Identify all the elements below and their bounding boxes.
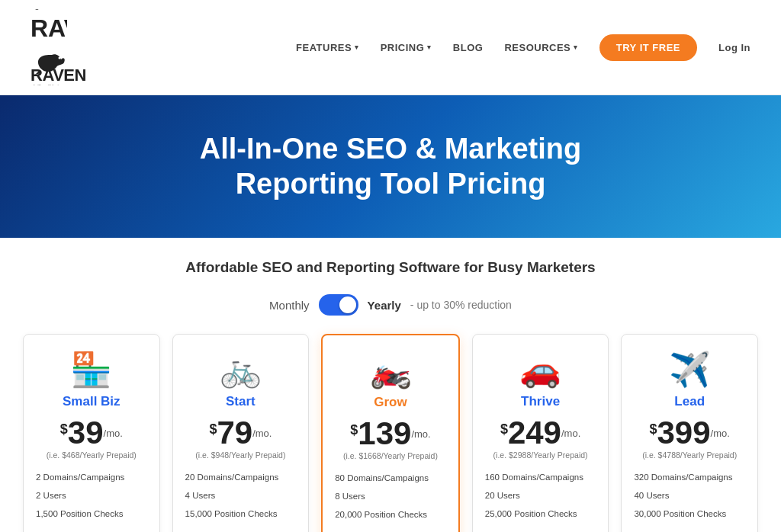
feature-item: 20,000 Position Checks [335, 506, 446, 524]
small-biz-icon: 🏪 [36, 353, 147, 386]
small-biz-features: 2 Domains/Campaigns2 Users1,500 Position… [36, 469, 147, 524]
feature-item: 20 Users [485, 487, 596, 505]
feature-item: 8 Users [335, 488, 446, 506]
start-price-row: $ 79 /mo. [185, 417, 297, 449]
yearly-label: Yearly [368, 299, 401, 312]
feature-item: 30,000 Position Checks [634, 505, 745, 524]
card-body-grow: 🏍️ Grow $ 139 /mo. (i.e. $1668/Yearly Pr… [323, 335, 458, 532]
feature-item: 25,000 Position Checks [485, 505, 596, 524]
thrive-name: Thrive [485, 394, 596, 409]
lead-price-number: 399 [657, 417, 711, 449]
start-name: Start [185, 394, 297, 409]
card-body-lead: ✈️ Lead $ 399 /mo. (i.e. $4788/Yearly Pr… [622, 335, 757, 532]
grow-icon: 🏍️ [335, 354, 446, 387]
billing-toggle-section: Monthly Yearly - up to 30% reduction [0, 282, 781, 334]
feature-item: 40 Users [634, 487, 745, 505]
thrive-features: 160 Domains/Campaigns20 Users25,000 Posi… [485, 469, 596, 524]
price-mo: /mo. [711, 428, 730, 439]
nav-pricing[interactable]: PRICING ▾ [381, 42, 432, 53]
lead-name: Lead [634, 394, 745, 409]
nav-try-free-button[interactable]: TRY IT FREE [599, 34, 697, 61]
price-dollar: $ [209, 421, 217, 437]
thrive-price-row: $ 249 /mo. [485, 417, 596, 449]
thrive-yearly-note: (i.e. $2988/Yearly Prepaid) [485, 450, 596, 460]
price-dollar: $ [350, 422, 358, 438]
grow-price-row: $ 139 /mo. [335, 418, 446, 450]
thrive-icon: 🚗 [485, 353, 596, 386]
page-subtitle: Affordable SEO and Reporting Software fo… [15, 259, 766, 276]
price-mo: /mo. [252, 428, 272, 439]
grow-price-number: 139 [358, 418, 411, 450]
brand-logo-svg: RAVEN A TopClicks company [31, 52, 137, 85]
subtitle-section: Affordable SEO and Reporting Software fo… [0, 238, 781, 282]
start-price-number: 79 [217, 417, 252, 449]
pricing-card-small-biz: 🏪 Small Biz $ 39 /mo. (i.e. $468/Yearly … [23, 334, 160, 532]
small-biz-price-number: 39 [68, 417, 104, 449]
price-mo: /mo. [411, 428, 430, 440]
start-features: 20 Domains/Campaigns4 Users15,000 Positi… [185, 469, 297, 524]
svg-text:RAVEN: RAVEN [31, 14, 67, 42]
start-icon: 🚲 [185, 353, 297, 386]
card-body-small-biz: 🏪 Small Biz $ 39 /mo. (i.e. $468/Yearly … [24, 335, 159, 532]
pricing-caret: ▾ [427, 43, 432, 51]
feature-item: 160 Domains/Campaigns [485, 469, 596, 487]
raven-logo-icon: RAVEN [31, 9, 67, 49]
lead-icon: ✈️ [634, 353, 745, 386]
small-biz-yearly-note: (i.e. $468/Yearly Prepaid) [36, 450, 147, 460]
pricing-card-thrive: 🚗 Thrive $ 249 /mo. (i.e. $2988/Yearly P… [472, 334, 609, 532]
pricing-card-lead: ✈️ Lead $ 399 /mo. (i.e. $4788/Yearly Pr… [621, 334, 758, 532]
feature-item: 2 Domains/Campaigns [36, 469, 147, 487]
toggle-knob [339, 296, 356, 313]
price-mo: /mo. [561, 428, 580, 439]
grow-name: Grow [335, 395, 446, 410]
feature-item: 20 Domains/Campaigns [185, 469, 297, 487]
hero-banner: All-In-One SEO & Marketing Reporting Too… [0, 95, 781, 238]
small-biz-name: Small Biz [36, 394, 147, 409]
navbar: RAVEN RAVEN A TopClicks company FEATU [0, 0, 781, 95]
price-dollar: $ [649, 421, 657, 437]
pricing-card-start: 🚲 Start $ 79 /mo. (i.e. $948/Yearly Prep… [172, 334, 310, 532]
billing-toggle[interactable] [319, 294, 358, 316]
savings-label: - up to 30% reduction [410, 299, 512, 311]
feature-item: 15,000 Position Checks [185, 505, 297, 524]
features-caret: ▾ [355, 43, 359, 51]
card-body-thrive: 🚗 Thrive $ 249 /mo. (i.e. $2988/Yearly P… [473, 335, 609, 532]
logo-area: RAVEN RAVEN A TopClicks company [31, 9, 137, 85]
feature-item: 4 Users [185, 487, 297, 505]
feature-item: 80 Domains/Campaigns [335, 470, 446, 488]
feature-item: 320 Domains/Campaigns [634, 469, 745, 487]
pricing-card-grow: 🏍️ Grow $ 139 /mo. (i.e. $1668/Yearly Pr… [321, 334, 460, 532]
lead-features: 320 Domains/Campaigns40 Users30,000 Posi… [634, 469, 745, 524]
small-biz-price-row: $ 39 /mo. [36, 417, 147, 449]
grow-features: 80 Domains/Campaigns8 Users20,000 Positi… [335, 470, 446, 524]
nav-features[interactable]: FEATURES ▾ [296, 42, 359, 53]
feature-item: 1,500 Position Checks [36, 505, 147, 524]
logo: RAVEN RAVEN A TopClicks company [31, 9, 137, 85]
grow-yearly-note: (i.e. $1668/Yearly Prepaid) [335, 451, 446, 460]
hero-title: All-In-One SEO & Marketing Reporting Too… [31, 132, 750, 201]
svg-text:A TopClicks company: A TopClicks company [32, 83, 90, 85]
svg-point-1 [59, 57, 61, 59]
nav-login-link[interactable]: Log In [718, 42, 750, 53]
price-mo: /mo. [104, 428, 123, 439]
nav-blog[interactable]: BLOG [453, 42, 484, 53]
price-dollar: $ [500, 421, 508, 437]
lead-price-row: $ 399 /mo. [634, 417, 745, 449]
start-yearly-note: (i.e. $948/Yearly Prepaid) [185, 450, 297, 460]
nav-links: FEATURES ▾ PRICING ▾ BLOG RESOURCES ▾ TR… [296, 34, 750, 61]
feature-item: 2 Users [36, 487, 147, 505]
thrive-price-number: 249 [508, 417, 561, 449]
resources-caret: ▾ [574, 43, 578, 51]
price-dollar: $ [60, 421, 68, 437]
lead-yearly-note: (i.e. $4788/Yearly Prepaid) [634, 450, 745, 460]
svg-text:RAVEN: RAVEN [31, 66, 86, 85]
pricing-grid: 🏪 Small Biz $ 39 /mo. (i.e. $468/Yearly … [0, 334, 781, 532]
card-body-start: 🚲 Start $ 79 /mo. (i.e. $948/Yearly Prep… [173, 335, 309, 532]
monthly-label: Monthly [269, 299, 310, 312]
nav-resources[interactable]: RESOURCES ▾ [504, 42, 577, 53]
